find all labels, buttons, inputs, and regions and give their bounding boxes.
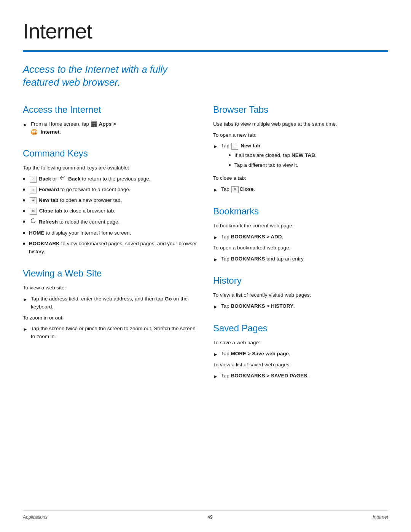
history-step: ► Tap BOOKMARKS > HISTORY. [213,302,388,311]
list-item-text: › Forward to go forward to a recent page… [29,186,131,194]
saved-pages-intro1: To save a web page: [213,339,388,347]
saved-pages-step2: ► Tap BOOKMARKS > SAVED PAGES. [213,372,388,380]
bookmarks-step1: ► Tap BOOKMARKS > ADD. [213,233,388,241]
history-step-text: Tap BOOKMARKS > HISTORY. [221,302,295,310]
arrow-icon: ► [213,256,218,264]
view-step2-text: Tap the screen twice or pinch the screen… [31,325,198,341]
plus-icon: + [30,197,37,204]
bookmarks-intro1: To bookmark the current web page: [213,222,388,230]
list-item: ‹ Back or Back to return to the previous… [23,175,198,183]
dot-bullet [23,220,25,223]
dot-bullet [23,232,25,234]
back-chevron-icon: ‹ [30,176,37,183]
refresh-icon [30,218,36,227]
plus-tab-icon: + [231,143,238,150]
arrow-icon: ► [23,121,28,129]
history-heading: History [213,274,388,288]
bookmarks-heading: Bookmarks [213,204,388,218]
history-intro: To view a list of recently visited web p… [213,291,388,299]
saved-pages-step1: ► Tap MORE > Save web page. [213,350,388,358]
bookmarks-step1-text: Tap BOOKMARKS > ADD. [221,233,283,241]
bookmarks-intro2: To open a bookmarked web page, [213,244,388,252]
bookmarks-step2-text: Tap BOOKMARKS and tap an entry. [221,255,305,263]
list-item: BOOKMARK to view bookmarked pages, saved… [23,240,198,256]
open-tab-step: ► Tap + New tab. If all tabs are closed,… [213,142,388,171]
command-keys-heading: Command Keys [23,147,198,160]
bookmarks-step2: ► Tap BOOKMARKS and tap an entry. [213,255,388,264]
svg-marker-5 [32,218,34,219]
saved-pages-step2-text: Tap BOOKMARKS > SAVED PAGES. [221,372,309,380]
list-item-text: + New tab to open a new browser tab. [29,197,122,204]
list-item-text: Refresh to reload the current page. [29,218,119,227]
left-column: Access the Internet ► From a Home screen… [23,103,198,383]
open-tab-text: Tap + New tab. If all tabs are closed, t… [221,142,317,171]
arrow-icon: ► [213,351,218,358]
arrow-icon: ► [213,303,218,311]
title-divider [23,50,388,52]
list-item: ✕ Close tab to close a browser tab. [23,207,198,215]
arrow-icon: ► [23,326,28,333]
list-item: › Forward to go forward to a recent page… [23,186,198,194]
command-keys-intro: Tap the following command keys are avail… [23,164,198,172]
arrow-icon: ► [23,296,28,304]
page: Internet Access to the Internet with a f… [0,0,411,532]
browser-tabs-heading: Browser Tabs [213,103,388,117]
close-tab-label: To close a tab: [213,174,388,182]
page-title: Internet [23,15,388,47]
sub-dot-bullet [229,154,231,156]
dot-bullet [23,178,25,180]
access-internet-step: ► From a Home screen, tap Apps > [23,120,198,136]
arrow-icon: ► [213,373,218,380]
close-tab-step: ► Tap ✕Close. [213,185,388,194]
access-internet-heading: Access the Internet [23,103,198,117]
view-step1: ► Tap the address field, enter the web a… [23,295,198,311]
list-item-text: BOOKMARK to view bookmarked pages, saved… [29,240,198,256]
x-close-icon: ✕ [231,186,239,193]
browser-tabs-intro: Use tabs to view multiple web pages at t… [213,120,388,128]
list-item: + New tab to open a new browser tab. [23,197,198,204]
saved-pages-heading: Saved Pages [213,321,388,335]
list-item-text: ‹ Back or Back to return to the previous… [29,175,150,183]
dot-bullet [23,199,25,201]
footer-page-number: 49 [207,514,212,521]
list-item-text: ✕ Close tab to close a browser tab. [29,207,115,215]
viewing-web-site-heading: Viewing a Web Site [23,267,198,280]
arrow-icon: ► [213,143,218,150]
page-footer: Applications 49 Internet [23,510,388,521]
forward-chevron-icon: › [30,187,37,193]
list-item-text: HOME to display your Internet Home scree… [29,229,131,237]
saved-pages-step1-text: Tap MORE > Save web page. [221,350,290,358]
sub-dot-bullet [229,164,231,166]
arrow-icon: ► [213,234,218,241]
view-step1-text: Tap the address field, enter the web add… [31,295,198,311]
footer-left: Applications [23,514,48,521]
dot-bullet [23,243,25,245]
list-item: HOME to display your Internet Home scree… [23,229,198,237]
sub-list-item-text: Tap a different tab to view it. [234,161,298,169]
browser-tab-sub-list: If all tabs are closed, tap NEW TAB. Tap… [221,152,317,169]
internet-globe-icon [31,129,38,136]
back-arrow-icon [59,175,66,183]
sub-list-item: Tap a different tab to view it. [229,161,317,169]
footer-right: Internet [373,514,388,521]
view-intro1: To view a web site: [23,284,198,292]
view-intro2: To zoom in or out: [23,314,198,322]
view-step2: ► Tap the screen twice or pinch the scre… [23,325,198,341]
dot-bullet [23,210,25,212]
tagline: Access to the Internet with a fully feat… [23,63,198,89]
sub-list-item-text: If all tabs are closed, tap NEW TAB. [234,152,317,160]
close-tab-text: Tap ✕Close. [221,185,255,193]
apps-icon [91,121,97,127]
dot-bullet [23,189,25,191]
list-item: Refresh to reload the current page. [23,218,198,227]
right-column: Browser Tabs Use tabs to view multiple w… [213,103,388,383]
x-icon: ✕ [30,208,37,215]
access-internet-text: From a Home screen, tap Apps > I [31,120,116,136]
command-keys-list: ‹ Back or Back to return to the previous… [23,175,198,256]
open-tab-label: To open a new tab: [213,131,388,139]
content-columns: Access the Internet ► From a Home screen… [23,103,388,383]
sub-list-item: If all tabs are closed, tap NEW TAB. [229,152,317,160]
saved-pages-intro2: To view a list of saved web pages: [213,361,388,369]
arrow-icon: ► [213,186,218,194]
